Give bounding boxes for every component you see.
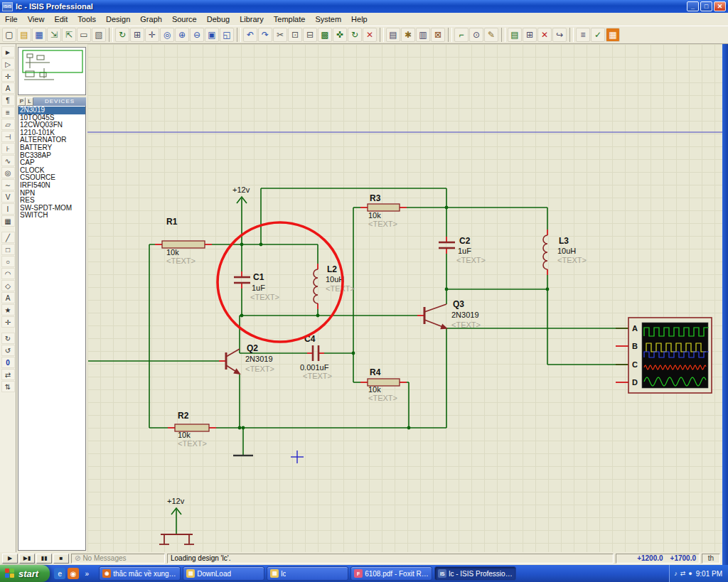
quick-launch-chevron[interactable]: » bbox=[81, 568, 92, 579]
transistor-Q3[interactable] bbox=[424, 304, 446, 328]
save-design-button[interactable]: ▦ bbox=[32, 28, 46, 42]
bus-tool[interactable]: ≡ bbox=[1, 107, 15, 118]
library-manager-button[interactable]: L bbox=[26, 97, 33, 106]
quick-launch-firefox-icon[interactable]: ◉ bbox=[68, 568, 79, 579]
virtual-instruments-tool[interactable]: ▦ bbox=[1, 215, 15, 227]
2d-marker-tool[interactable]: ✛ bbox=[1, 316, 15, 328]
start-button[interactable]: start bbox=[0, 565, 50, 582]
inductor-L2[interactable] bbox=[314, 269, 318, 303]
wires[interactable] bbox=[88, 188, 628, 534]
graph-tool[interactable]: ∿ bbox=[1, 155, 15, 166]
title-bar[interactable]: ISIS lc - ISIS Professional _ □ ✕ bbox=[0, 0, 728, 13]
copy-button[interactable]: ⊡ bbox=[288, 28, 302, 42]
center-at-cursor-button[interactable]: ◎ bbox=[160, 28, 174, 42]
zoom-area-button[interactable]: ◱ bbox=[220, 28, 234, 42]
menu-system[interactable]: System bbox=[310, 14, 346, 25]
2d-text-tool[interactable]: A bbox=[1, 292, 15, 303]
rotate-anticlockwise[interactable]: ↺ bbox=[1, 345, 15, 356]
block-copy-button[interactable]: ▩ bbox=[318, 28, 332, 42]
tray-clock[interactable]: 9:01 PM bbox=[696, 570, 722, 578]
rotate-clockwise[interactable]: ↻ bbox=[1, 333, 15, 344]
current-probe-tool[interactable]: I bbox=[1, 203, 15, 215]
resistor-R1[interactable] bbox=[162, 241, 205, 248]
rotation-angle[interactable]: 0 bbox=[1, 357, 15, 368]
netlist-to-ares-button[interactable]: ▦ bbox=[606, 28, 620, 42]
decompose-button[interactable]: ⊠ bbox=[431, 28, 445, 42]
maximize-button[interactable]: □ bbox=[700, 1, 712, 11]
subcircuit-tool[interactable]: ▱ bbox=[1, 119, 15, 130]
menu-tools[interactable]: Tools bbox=[73, 14, 101, 25]
overview-window[interactable] bbox=[18, 47, 86, 95]
goto-sheet-button[interactable]: ↪ bbox=[552, 28, 567, 42]
menu-graph[interactable]: Graph bbox=[135, 14, 167, 25]
taskbar-task[interactable]: ▤lc bbox=[267, 566, 348, 581]
electrical-rules-check-button[interactable]: ✓ bbox=[591, 28, 605, 42]
oscilloscope[interactable]: A B C D bbox=[628, 318, 712, 393]
design-explorer-button[interactable]: ▤ bbox=[508, 28, 522, 42]
tape-recorder-tool[interactable]: ◎ bbox=[1, 167, 15, 178]
quick-launch-browser-icon[interactable]: e bbox=[54, 568, 65, 579]
cut-button[interactable]: ✂ bbox=[273, 28, 287, 42]
power-symbol-bottom[interactable] bbox=[171, 508, 181, 519]
status-icon[interactable]: ● bbox=[688, 570, 692, 577]
menu-edit[interactable]: Edit bbox=[49, 14, 73, 25]
menu-library[interactable]: Library bbox=[235, 14, 269, 25]
mirror-horizontal[interactable]: ⇄ bbox=[1, 369, 15, 380]
toggle-grid-button[interactable]: ⊞ bbox=[130, 28, 144, 42]
zoom-all-button[interactable]: ▣ bbox=[205, 28, 219, 42]
menu-design[interactable]: Design bbox=[101, 14, 135, 25]
2d-box-tool[interactable]: □ bbox=[1, 244, 15, 255]
inductor-L3[interactable] bbox=[543, 235, 547, 269]
network-icon[interactable]: ⇄ bbox=[680, 570, 686, 577]
export-section-button[interactable]: ⇱ bbox=[62, 28, 76, 42]
mirror-vertical[interactable]: ⇅ bbox=[1, 381, 15, 392]
capacitor-C4[interactable] bbox=[313, 345, 318, 361]
device-item-battery[interactable]: BATTERY bbox=[18, 144, 85, 152]
capacitor-C2[interactable] bbox=[439, 242, 455, 248]
redraw-button[interactable]: ↻ bbox=[115, 28, 129, 42]
play-button[interactable]: ▶ bbox=[2, 554, 18, 564]
device-item-2n3019[interactable]: 2N3019 bbox=[18, 107, 85, 114]
taskbar-task[interactable]: ◉thắc mắc về xung sin ... bbox=[99, 566, 181, 581]
redo-button[interactable]: ↷ bbox=[258, 28, 272, 42]
undo-button[interactable]: ↶ bbox=[243, 28, 257, 42]
paste-button[interactable]: ⊟ bbox=[303, 28, 317, 42]
power-symbol-top[interactable] bbox=[237, 197, 247, 208]
schematic-canvas[interactable]: A B C D R1 10k <TEXT> R2 10k <TE bbox=[87, 44, 722, 552]
device-item-irfi540n[interactable]: IRFI540N bbox=[18, 182, 85, 190]
taskbar-task[interactable]: ISlc - ISIS Professional bbox=[434, 566, 516, 581]
step-button[interactable]: ▶▮ bbox=[19, 554, 35, 564]
device-pin-tool[interactable]: ⊦ bbox=[1, 143, 15, 154]
wire-autorouter-button[interactable]: ⌐ bbox=[454, 28, 469, 42]
make-device-button[interactable]: ✱ bbox=[401, 28, 415, 42]
menu-debug[interactable]: Debug bbox=[202, 14, 235, 25]
capacitor-C1[interactable] bbox=[234, 277, 250, 283]
menu-help[interactable]: Help bbox=[346, 14, 373, 25]
print-design-button[interactable]: ▭ bbox=[77, 28, 91, 42]
component-tool[interactable]: ▷ bbox=[1, 58, 15, 70]
property-assignment-button[interactable]: ✎ bbox=[484, 28, 498, 42]
taskbar-task[interactable]: ▤DownLoad bbox=[183, 566, 264, 581]
close-button[interactable]: ✕ bbox=[714, 1, 726, 11]
import-section-button[interactable]: ⇲ bbox=[47, 28, 61, 42]
menu-template[interactable]: Template bbox=[269, 14, 311, 25]
resistor-R3[interactable] bbox=[368, 204, 400, 211]
volume-icon[interactable]: ♪ bbox=[674, 570, 678, 577]
stop-button[interactable]: ■ bbox=[53, 554, 69, 564]
2d-symbol-tool[interactable]: ★ bbox=[1, 304, 15, 316]
menu-view[interactable]: View bbox=[23, 14, 50, 25]
new-sheet-button[interactable]: ⊞ bbox=[523, 28, 537, 42]
minimize-button[interactable]: _ bbox=[687, 1, 699, 11]
false-origin-button[interactable]: ✛ bbox=[145, 28, 159, 42]
pick-devices-button[interactable]: P bbox=[18, 97, 26, 106]
taskbar-task[interactable]: F6108.pdf - Foxit Rea... bbox=[350, 566, 432, 581]
open-design-button[interactable]: ▤ bbox=[17, 28, 31, 42]
block-delete-button[interactable]: ✕ bbox=[363, 28, 377, 42]
block-rotate-button[interactable]: ↻ bbox=[348, 28, 362, 42]
junction-dot-tool[interactable]: ✛ bbox=[1, 70, 15, 82]
new-design-button[interactable]: ▢ bbox=[2, 28, 16, 42]
selection-tool[interactable]: ► bbox=[1, 46, 15, 58]
partial-component-bottom[interactable] bbox=[159, 534, 194, 544]
2d-line-tool[interactable]: ╱ bbox=[1, 232, 15, 243]
packaging-tool-button[interactable]: ▥ bbox=[416, 28, 430, 42]
